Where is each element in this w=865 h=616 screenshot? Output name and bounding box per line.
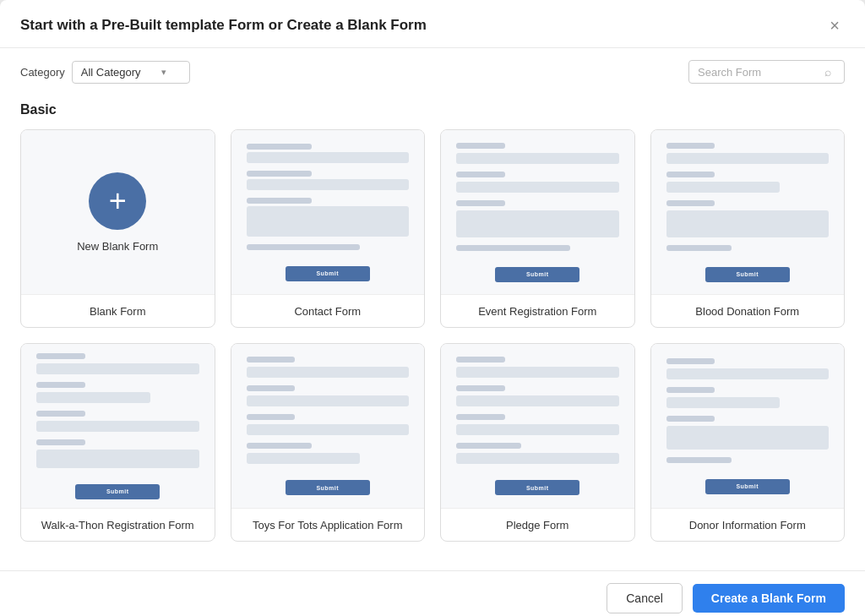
skeleton-submit: Submit (286, 480, 370, 495)
card-donor[interactable]: Submit Donor Information Form (650, 343, 846, 542)
skeleton-input (247, 424, 410, 435)
search-input[interactable] (698, 66, 824, 79)
submit-label: Submit (526, 271, 549, 277)
card-pledge[interactable]: Submit Pledge Form (440, 343, 635, 542)
submit-label: Submit (736, 483, 759, 489)
skeleton-input (247, 179, 410, 190)
skeleton-submit: Submit (495, 267, 579, 282)
skeleton-input (666, 182, 781, 193)
card-preview-pledge: Submit (441, 344, 634, 509)
form-skeleton-blood: Submit (663, 138, 833, 287)
skeleton-line (247, 171, 312, 177)
category-label: Category (20, 66, 65, 79)
skeleton-input (456, 453, 619, 464)
skeleton-line (456, 414, 505, 420)
card-blank[interactable]: + New Blank Form Blank Form (20, 129, 215, 328)
skeleton-line (666, 245, 732, 251)
card-event[interactable]: Submit Event Registration Form (440, 129, 635, 328)
card-preview-event: Submit (441, 130, 634, 295)
skeleton-input (456, 182, 619, 193)
card-contact[interactable]: Submit Contact Form (231, 129, 426, 328)
category-row: Category All Category ▾ (20, 61, 190, 84)
skeleton-input (666, 368, 830, 379)
search-box: ⌕ (688, 60, 845, 84)
card-blood[interactable]: Submit Blood Donation Form (650, 129, 846, 328)
modal-body: Basic + New Blank Form Blank Form (0, 92, 865, 570)
card-preview-walkathon: Submit (21, 344, 215, 509)
submit-label: Submit (316, 270, 339, 276)
skeleton-line (456, 357, 505, 363)
form-skeleton-donor: Submit (663, 353, 833, 499)
form-skeleton-walkathon: Submit (33, 348, 203, 504)
submit-label: Submit (316, 485, 339, 491)
skeleton-input (666, 397, 781, 408)
skeleton-input (247, 152, 410, 163)
skeleton-input (247, 453, 361, 464)
skeleton-input (456, 395, 619, 406)
skeleton-line (247, 244, 361, 250)
skeleton-line (456, 385, 505, 391)
skeleton-line (247, 414, 296, 420)
cancel-button[interactable]: Cancel (607, 583, 683, 613)
card-label-blank: Blank Form (21, 295, 215, 327)
skeleton-line (456, 200, 505, 206)
card-toys[interactable]: Submit Toys For Tots Application Form (231, 343, 426, 542)
skeleton-line (456, 172, 505, 177)
skeleton-input (247, 395, 410, 406)
skeleton-textarea (247, 206, 410, 237)
skeleton-line (36, 382, 85, 388)
plus-icon: + (109, 186, 127, 216)
skeleton-input (36, 363, 199, 374)
skeleton-textarea (666, 210, 830, 237)
skeleton-input (247, 367, 410, 378)
skeleton-line (247, 144, 312, 150)
form-skeleton-toys: Submit (243, 352, 413, 500)
plus-circle: + (89, 172, 146, 230)
blank-form-preview: + New Blank Form (33, 142, 203, 282)
skeleton-textarea (666, 426, 830, 450)
card-label-toys: Toys For Tots Application Form (231, 509, 425, 541)
skeleton-line (666, 172, 715, 177)
submit-label: Submit (736, 271, 759, 277)
skeleton-line (247, 198, 312, 204)
card-label-donor: Donor Information Form (651, 509, 845, 541)
card-preview-donor: Submit (651, 344, 845, 509)
form-skeleton-contact: Submit (243, 139, 413, 286)
skeleton-line (36, 353, 85, 359)
skeleton-input (666, 153, 830, 164)
card-preview-contact: Submit (231, 130, 425, 295)
skeleton-line (36, 411, 85, 417)
skeleton-submit: Submit (75, 484, 160, 499)
skeleton-line (247, 443, 312, 449)
skeleton-line (456, 443, 521, 449)
category-select[interactable]: All Category ▾ (72, 61, 190, 84)
skeleton-line (247, 385, 296, 391)
skeleton-line (666, 457, 732, 463)
card-walkathon[interactable]: Submit Walk-a-Thon Registration Form (20, 343, 215, 542)
card-label-blood: Blood Donation Form (651, 295, 845, 327)
submit-label: Submit (106, 488, 129, 494)
chevron-down-icon: ▾ (161, 67, 166, 78)
modal: Start with a Pre-Built template Form or … (0, 0, 865, 616)
cards-grid: + New Blank Form Blank Form (20, 129, 845, 542)
skeleton-line (666, 387, 715, 393)
modal-toolbar: Category All Category ▾ ⌕ (0, 48, 865, 92)
skeleton-line (36, 439, 85, 445)
card-preview-blank: + New Blank Form (21, 130, 215, 295)
skeleton-textarea (456, 210, 619, 237)
form-skeleton-event: Submit (453, 138, 623, 287)
card-label-pledge: Pledge Form (441, 509, 634, 541)
create-blank-form-button[interactable]: Create a Blank Form (693, 584, 845, 613)
skeleton-line (666, 358, 715, 364)
skeleton-input (36, 450, 199, 468)
skeleton-input (456, 424, 619, 435)
skeleton-input (456, 153, 619, 164)
skeleton-line (456, 245, 570, 251)
card-label-walkathon: Walk-a-Thon Registration Form (21, 509, 215, 541)
card-label-event: Event Registration Form (441, 295, 634, 327)
close-icon[interactable]: × (824, 15, 845, 35)
new-blank-label: New Blank Form (77, 240, 158, 253)
category-value: All Category (81, 66, 141, 79)
modal-title: Start with a Pre-Built template Form or … (20, 17, 427, 34)
modal-header: Start with a Pre-Built template Form or … (0, 0, 865, 48)
